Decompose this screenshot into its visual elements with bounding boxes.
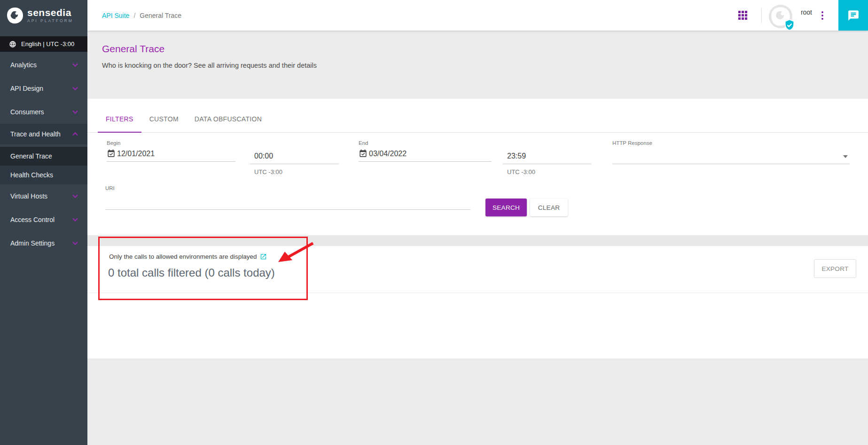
calendar-icon[interactable] [107,149,116,158]
sidebar-item-health-checks[interactable]: Health Checks [0,166,87,184]
chevron-down-icon [72,63,78,67]
http-response-label: HTTP Response [612,140,850,146]
avatar[interactable] [769,5,792,28]
chevron-down-icon [72,194,78,198]
dropdown-arrow-icon [843,155,848,158]
topbar: API Suite / General Trace [87,0,868,31]
end-date-value: 03/04/2022 [369,150,407,158]
end-time-field[interactable]: 23:59 UTC -3:00 [503,140,591,175]
main-area: API Suite / General Trace [87,0,868,445]
end-utc-label: UTC -3:00 [503,168,591,175]
sidebar-item-trace-and-health[interactable]: Trace and Health [0,124,87,144]
begin-label: Begin [107,140,235,146]
end-time-value: 23:59 [507,152,526,160]
http-response-select[interactable] [612,149,850,164]
chat-icon [847,9,860,22]
sidebar-item-access-control[interactable]: Access Control [0,208,87,231]
uri-field: URI [105,185,470,210]
sidebar-item-analytics[interactable]: Analytics [0,53,87,77]
clear-button[interactable]: CLEAR [530,199,568,216]
results-divider [87,293,868,293]
calendar-icon[interactable] [359,149,368,158]
http-response-field: HTTP Response [612,140,850,164]
sidebar-item-api-design[interactable]: API Design [0,77,87,100]
tab-filters[interactable]: FILTERS [98,115,141,132]
begin-date-value: 12/01/2021 [117,150,155,158]
locale-label: English | UTC -3:00 [21,40,74,48]
begin-date-field[interactable]: Begin 12/01/2021 [107,140,235,162]
bottom-filler [87,358,868,445]
breadcrumb-separator: / [133,12,135,19]
shield-check-icon [783,19,796,31]
logo-name: sensedia [27,8,73,17]
tab-custom[interactable]: CUSTOM [141,115,187,132]
chevron-down-icon [72,218,78,222]
tab-data-obfuscation[interactable]: DATA OBFUSCATION [187,115,270,132]
sidebar-item-admin-settings[interactable]: Admin Settings [0,231,87,255]
calls-summary: 0 total calls filtered (0 calls today) [108,266,275,279]
results-section: Only the calls to allowed environments a… [87,246,868,358]
kebab-menu-icon[interactable] [820,9,825,22]
tab-bar: FILTERS CUSTOM DATA OBFUSCATION [87,99,868,133]
app-root: sensedia API PLATFORM English | UTC -3:0… [0,0,868,445]
filters-form: Begin 12/01/2021 00:00 UTC -3:00 [87,133,868,235]
sidebar-item-consumers[interactable]: Consumers [0,100,87,124]
logo-tagline: API PLATFORM [27,19,73,23]
page-header: General Trace Who is knocking on the doo… [87,31,868,99]
chevron-up-icon [72,132,78,136]
end-date-field[interactable]: End 03/04/2022 [359,140,492,162]
chevron-down-icon [72,241,78,245]
export-button[interactable]: EXPORT [814,259,856,278]
search-button[interactable]: SEARCH [485,199,527,216]
environments-notice: Only the calls to allowed environments a… [109,253,267,260]
begin-time-value: 00:00 [254,152,273,160]
sidebar-item-general-trace[interactable]: General Trace [0,147,87,166]
chevron-down-icon [72,110,78,114]
section-divider [87,235,868,246]
begin-utc-label: UTC -3:00 [250,168,339,175]
sidebar: sensedia API PLATFORM English | UTC -3:0… [0,0,87,445]
chevron-down-icon [72,87,78,90]
open-in-new-icon[interactable] [260,253,267,260]
sensedia-logo-icon [6,7,24,24]
uri-input[interactable] [105,191,470,210]
chat-button[interactable] [838,0,868,31]
page-subtitle: Who is knocking on the door? See all arr… [102,62,868,69]
page-title: General Trace [102,43,868,55]
end-label: End [359,140,492,146]
apps-grid-icon[interactable] [738,11,747,20]
locale-selector[interactable]: English | UTC -3:00 [0,36,87,52]
sidebar-item-virtual-hosts[interactable]: Virtual Hosts [0,184,87,208]
globe-icon [9,40,16,48]
user-name: root [801,8,812,16]
logo: sensedia API PLATFORM [0,0,87,31]
breadcrumb-current-page: General Trace [140,12,181,19]
begin-time-field[interactable]: 00:00 UTC -3:00 [250,140,339,175]
uri-label: URI [105,185,470,191]
topbar-divider [761,8,762,23]
breadcrumb: API Suite / General Trace [102,12,181,19]
breadcrumb-api-suite[interactable]: API Suite [102,12,129,19]
sidebar-nav: Analytics API Design Consumers Trace and… [0,53,87,255]
